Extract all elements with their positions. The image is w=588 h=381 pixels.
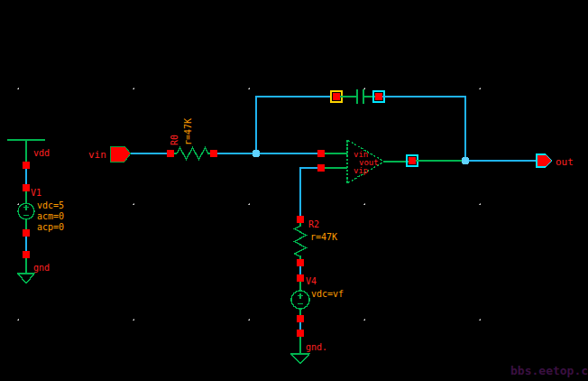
- v1-prop-vdc[interactable]: vdc=5: [37, 200, 64, 210]
- opamp-symbol[interactable]: vin vout vip: [325, 140, 409, 183]
- r2-resistor[interactable]: R2 r=47K: [295, 219, 338, 259]
- pin-square[interactable]: [297, 259, 304, 266]
- v1-voltage-source[interactable]: V1 vdc=5 acm=0 acp=0: [18, 188, 64, 232]
- pin-square[interactable]: [23, 229, 30, 237]
- pin-square[interactable]: [297, 216, 304, 223]
- pin-square[interactable]: [167, 150, 174, 157]
- pin-square[interactable]: [210, 150, 217, 157]
- feedback-wire-right[interactable]: [382, 97, 465, 159]
- pin-square[interactable]: [375, 93, 382, 100]
- pin-square[interactable]: [409, 157, 416, 164]
- out-port-pin[interactable]: [537, 154, 552, 167]
- pin-square[interactable]: [23, 184, 30, 191]
- vin-port[interactable]: vin: [88, 146, 131, 162]
- feedback-wire-left[interactable]: [256, 97, 332, 153]
- pin-square[interactable]: [297, 274, 304, 282]
- pin-square[interactable]: [317, 164, 325, 172]
- r0-resistor[interactable]: R0 r=47K: [170, 118, 210, 160]
- vin-port-pin[interactable]: [110, 146, 131, 162]
- vdd-net-label[interactable]: vdd: [33, 148, 50, 158]
- wire[interactable]: [300, 168, 317, 216]
- gnd-symbol-bottom[interactable]: gnd.: [291, 337, 327, 364]
- wire-junction-dot[interactable]: [462, 157, 470, 165]
- v1-prop-acm[interactable]: acm=0: [37, 211, 64, 221]
- gnd-symbol[interactable]: gnd: [18, 258, 50, 283]
- v4-instance-label[interactable]: V4: [306, 276, 317, 286]
- r2-instance-label[interactable]: R2: [308, 219, 319, 229]
- wire-junction-dot[interactable]: [253, 150, 261, 158]
- vdd-symbol[interactable]: vdd: [7, 140, 50, 162]
- out-port-label[interactable]: out: [556, 156, 574, 168]
- r0-value-label[interactable]: r=47K: [183, 118, 193, 145]
- r2-value-label[interactable]: r=47K: [310, 232, 337, 242]
- pin-square[interactable]: [23, 251, 30, 258]
- v4-voltage-source[interactable]: V4 vdc=vf: [291, 276, 344, 315]
- pin-square[interactable]: [297, 330, 304, 337]
- watermark: bbs.eetop.cn: [510, 364, 588, 377]
- schematic-canvas: vdd V1 vdc=5 acm=0 acp=0 gnd vin R0 r=47…: [0, 0, 588, 381]
- pin-square[interactable]: [333, 93, 340, 100]
- vin-port-label[interactable]: vin: [88, 149, 106, 161]
- v1-prop-acp[interactable]: acp=0: [37, 222, 64, 232]
- pin-square[interactable]: [297, 315, 304, 322]
- out-port[interactable]: out: [537, 154, 574, 168]
- pin-square[interactable]: [317, 150, 325, 157]
- v1-instance-label[interactable]: V1: [31, 188, 41, 198]
- v4-prop-vdc[interactable]: vdc=vf: [311, 289, 344, 299]
- feedback-capacitor[interactable]: [331, 89, 384, 104]
- gnd-net-label[interactable]: gnd: [33, 263, 50, 273]
- pin-square[interactable]: [23, 162, 30, 169]
- opamp-pin-label-vip[interactable]: vip: [354, 166, 368, 175]
- r0-instance-label[interactable]: R0: [170, 135, 179, 145]
- gnd-net-label[interactable]: gnd.: [306, 342, 327, 352]
